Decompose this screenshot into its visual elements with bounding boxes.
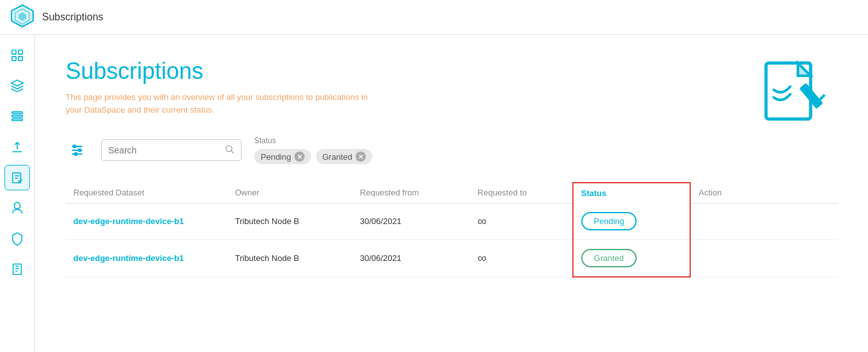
filter-sliders-button[interactable] bbox=[66, 139, 89, 162]
status-tag-granted-close[interactable]: ✕ bbox=[356, 151, 366, 162]
main-layout: Subscriptions This page provides you wit… bbox=[0, 35, 868, 352]
logo-icon bbox=[10, 4, 34, 31]
svg-rect-10 bbox=[12, 119, 23, 121]
row1-to: ∞ bbox=[470, 203, 572, 240]
row1-status: Pending bbox=[573, 203, 691, 240]
table-row: dev-edge-runtime-device-b1 Tributech Nod… bbox=[66, 240, 837, 278]
row2-owner: Tributech Node B bbox=[228, 240, 352, 278]
search-icon bbox=[224, 144, 235, 157]
content-area: Subscriptions This page provides you wit… bbox=[35, 35, 868, 352]
svg-rect-7 bbox=[18, 57, 22, 60]
top-header: Subscriptions bbox=[0, 0, 868, 35]
table-row: dev-edge-runtime-device-b1 Tributech Nod… bbox=[66, 203, 837, 240]
col-header-action: Action bbox=[690, 183, 837, 203]
status-tags: Pending ✕ Granted ✕ bbox=[254, 149, 372, 164]
sidebar-item-audit[interactable] bbox=[4, 257, 30, 282]
subscriptions-table: Requested Dataset Owner Requested from R… bbox=[66, 182, 837, 278]
row1-to-symbol: ∞ bbox=[477, 214, 486, 228]
sidebar-item-subscriptions[interactable] bbox=[4, 165, 30, 190]
col-header-dataset: Requested Dataset bbox=[66, 183, 228, 203]
row2-from: 30/06/2021 bbox=[352, 240, 470, 278]
status-tag-pending-label: Pending bbox=[261, 152, 291, 162]
sidebar-item-datasets[interactable] bbox=[4, 73, 30, 99]
col-header-status: Status bbox=[573, 183, 691, 203]
status-filter-label: Status bbox=[254, 136, 372, 145]
svg-point-19 bbox=[73, 145, 76, 148]
sidebar-item-dashboard[interactable] bbox=[4, 43, 30, 68]
status-tag-pending: Pending ✕ bbox=[254, 149, 311, 164]
svg-point-22 bbox=[226, 146, 232, 151]
sidebar-item-data[interactable] bbox=[4, 104, 30, 129]
col-header-from: Requested from bbox=[352, 183, 470, 203]
svg-rect-6 bbox=[12, 57, 16, 60]
sidebar-item-security[interactable] bbox=[4, 226, 30, 251]
page-decorative-icon bbox=[760, 58, 830, 130]
subscriptions-table-container: Requested Dataset Owner Requested from R… bbox=[66, 182, 837, 278]
row2-to-symbol: ∞ bbox=[477, 251, 486, 265]
row2-status: Granted bbox=[573, 240, 691, 278]
sidebar bbox=[0, 35, 35, 352]
col-header-owner: Owner bbox=[228, 183, 352, 203]
status-filter-group: Status Pending ✕ Granted ✕ bbox=[254, 136, 372, 164]
row1-status-badge: Pending bbox=[581, 212, 637, 230]
svg-rect-4 bbox=[12, 50, 16, 54]
sidebar-item-identity[interactable] bbox=[4, 195, 30, 221]
page-title: Subscriptions bbox=[66, 58, 837, 85]
search-input[interactable] bbox=[108, 145, 221, 155]
svg-line-23 bbox=[231, 151, 234, 153]
svg-rect-8 bbox=[12, 112, 23, 114]
svg-point-21 bbox=[75, 153, 77, 155]
svg-rect-12 bbox=[13, 264, 22, 275]
status-tag-granted: Granted ✕ bbox=[316, 149, 372, 164]
row2-to: ∞ bbox=[470, 240, 572, 278]
row1-action bbox=[690, 203, 837, 240]
row1-owner: Tributech Node B bbox=[228, 203, 352, 240]
col-header-to: Requested to bbox=[470, 183, 572, 203]
search-box bbox=[101, 139, 242, 161]
row2-action bbox=[690, 240, 837, 278]
filter-row: Status Pending ✕ Granted ✕ bbox=[66, 136, 837, 164]
svg-point-20 bbox=[78, 149, 81, 151]
page-description: This page provides you with an overview … bbox=[66, 91, 372, 116]
row2-status-badge: Granted bbox=[581, 249, 637, 267]
svg-rect-9 bbox=[12, 115, 23, 117]
row1-dataset: dev-edge-runtime-device-b1 bbox=[66, 203, 228, 240]
status-tag-granted-label: Granted bbox=[322, 152, 352, 162]
row1-from: 30/06/2021 bbox=[352, 203, 470, 240]
app-title: Subscriptions bbox=[42, 11, 103, 23]
sidebar-item-publish[interactable] bbox=[4, 134, 30, 160]
svg-rect-5 bbox=[18, 50, 22, 54]
row2-dataset: dev-edge-runtime-device-b1 bbox=[66, 240, 228, 278]
status-tag-pending-close[interactable]: ✕ bbox=[294, 151, 305, 162]
